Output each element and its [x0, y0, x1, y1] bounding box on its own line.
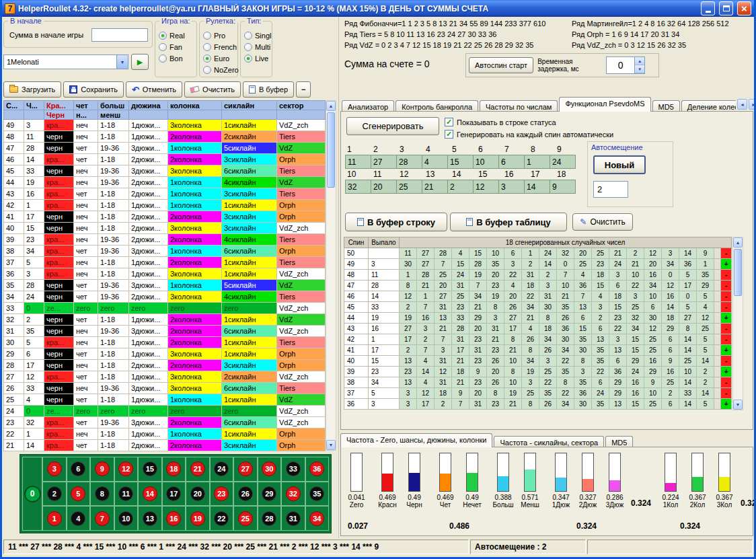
- radio-option-real[interactable]: Real: [159, 30, 195, 41]
- spin-table-row[interactable]: 4533черннеч19-363дюжи...3колонка6сиклайн…: [4, 165, 326, 177]
- copy-buffer-button[interactable]: В буфер: [243, 81, 294, 98]
- board-number[interactable]: 36: [309, 461, 324, 476]
- spin-table-row[interactable]: 363кра...неч1-181дюжи...3колонка1сиклайн…: [4, 268, 326, 280]
- board-number[interactable]: 34: [309, 511, 324, 526]
- generated-table-row[interactable]: 453327312321826343035133152561454-: [344, 302, 732, 313]
- collapse-button[interactable]: −: [296, 81, 311, 98]
- minimize-button[interactable]: [701, 1, 715, 15]
- generate-each-spin-checkbox[interactable]: Генерировать на каждый спин автоматическ…: [445, 130, 613, 139]
- board-number[interactable]: 18: [166, 461, 181, 476]
- board-number[interactable]: 25: [238, 511, 253, 526]
- spin-table-row[interactable]: 493кра...неч1-181дюжи...3колонка1сиклайн…: [4, 120, 326, 131]
- generated-table-row[interactable]: 421172731232182634303513315256145-: [344, 334, 732, 345]
- radio-option-multi[interactable]: Multi: [244, 41, 270, 52]
- board-number[interactable]: 11: [118, 486, 133, 501]
- generated-table-row[interactable]: 40151343121232610343228356291692514-: [344, 356, 732, 367]
- spin-table-row[interactable]: 296чернчет1-181дюжи...3колонка1сиклайнOr…: [4, 348, 326, 360]
- board-number[interactable]: 4: [71, 511, 85, 526]
- spin-table-row[interactable]: 4614кра...чет1-182дюжи...2колонка3сиклай…: [4, 154, 326, 165]
- spin-table-row[interactable]: 221кра...неч1-181дюжи...1колонка1сиклайн…: [4, 428, 326, 440]
- board-number[interactable]: 6: [71, 461, 85, 476]
- close-button[interactable]: [737, 1, 751, 15]
- board-number[interactable]: 15: [143, 461, 157, 476]
- spin-table-row[interactable]: 3834кра...чет19-363дюжи...1колонка6сикла…: [4, 246, 326, 257]
- generated-table-scrollbar[interactable]: [732, 237, 743, 410]
- spin-table-row[interactable]: 2712кра...чет1-181дюжи...3колонка2сиклай…: [4, 371, 326, 383]
- board-number[interactable]: 27: [238, 461, 253, 476]
- generated-table-row[interactable]: 47288212031723418310361562234121729-: [344, 281, 732, 291]
- autospin-start-button[interactable]: Автоспин старт: [469, 57, 533, 73]
- save-button[interactable]: Сохранить: [63, 81, 124, 98]
- board-number[interactable]: 22: [214, 511, 229, 526]
- board-number[interactable]: 33: [286, 461, 301, 476]
- generated-table-row[interactable]: 37531218920819253522362429161023314-: [344, 388, 732, 399]
- spin-table-row[interactable]: 4728чернчет19-363дюжи...1колонка5сиклайн…: [4, 143, 326, 154]
- board-number[interactable]: 20: [190, 486, 205, 501]
- load-button[interactable]: Загрузить: [3, 81, 61, 98]
- board-number[interactable]: 32: [286, 486, 301, 501]
- clear-button[interactable]: Очистить: [184, 81, 241, 98]
- board-number[interactable]: 14: [143, 486, 157, 501]
- spinner-up-button[interactable]: [635, 57, 644, 65]
- generate-button[interactable]: Сгенерировать: [346, 117, 439, 135]
- board-number[interactable]: 3: [47, 461, 62, 476]
- spin-table-row[interactable]: 4117черннеч1-182дюжи...2колонка3сиклайнO…: [4, 211, 326, 223]
- spin-table-row[interactable]: 330ze...zerozerozerozerozeroVdZ_zch: [4, 303, 326, 314]
- spin-table-row[interactable]: 240ze...zerozerozerozerozeroVdZ_zch: [4, 406, 326, 417]
- board-number[interactable]: 12: [118, 461, 133, 476]
- scroll-down-button[interactable]: [326, 440, 336, 450]
- generated-table-row[interactable]: 3834134312123261032283562916925142-: [344, 377, 732, 388]
- scroll-down-button[interactable]: [733, 400, 743, 410]
- board-number[interactable]: 7: [95, 511, 110, 526]
- spin-table-row[interactable]: 305кра...неч1-181дюжи...2колонка1сиклайн…: [4, 337, 326, 348]
- spin-table-row[interactable]: 254чернчет1-181дюжи...1колонка1сиклайнVd…: [4, 394, 326, 406]
- tab-5[interactable]: MD5: [652, 100, 680, 112]
- spinner-down-button[interactable]: [635, 65, 644, 73]
- tab-6[interactable]: Деление колеса на: [681, 100, 736, 112]
- spin-table-row[interactable]: 3923кра...неч19-362дюжи...2колонка4сикла…: [4, 234, 326, 246]
- board-number[interactable]: 35: [309, 486, 324, 501]
- radio-option-live[interactable]: Live: [244, 52, 270, 64]
- freq-tab-1[interactable]: Частота - Zero, шансы, дюжины, колонки: [340, 433, 492, 447]
- generated-table-row[interactable]: 481112825241920223127418310160535-: [344, 270, 732, 281]
- generated-table-row[interactable]: 441919161333293272182662233230182712+: [344, 313, 732, 324]
- radio-option-fan[interactable]: Fan: [159, 41, 195, 52]
- scrollbar-thumb[interactable]: [734, 249, 742, 296]
- spin-table-row[interactable]: 2633черннеч19-363дюжи...3колонка6сиклайн…: [4, 383, 326, 394]
- board-number[interactable]: 28: [262, 511, 276, 526]
- maximize-button[interactable]: [719, 1, 733, 15]
- tab-1[interactable]: Анализатор: [342, 100, 394, 112]
- board-number[interactable]: 1: [47, 511, 62, 526]
- board-zero-number[interactable]: 0: [24, 486, 41, 502]
- spin-table-row[interactable]: 3135черннеч19-363дюжи...2колонка6сиклайн…: [4, 326, 326, 337]
- board-number[interactable]: 31: [286, 511, 301, 526]
- generated-table-row[interactable]: 4117273173123218263430351315256145+: [344, 345, 732, 356]
- board-number[interactable]: 8: [95, 486, 110, 501]
- spin-table-row[interactable]: 322чернчет1-181дюжи...2колонка1сиклайнVd…: [4, 314, 326, 326]
- new-button[interactable]: Новый: [593, 155, 646, 174]
- clear-generated-button[interactable]: Очистить: [572, 213, 633, 231]
- radio-option-nozero[interactable]: NoZero: [203, 64, 236, 75]
- copy-table-button[interactable]: В буфер таблицу: [450, 213, 567, 231]
- spin-table-row[interactable]: 421кра...неч1-181дюжи...1колонка1сиклайн…: [4, 200, 326, 211]
- radio-option-pro[interactable]: Pro: [203, 30, 236, 41]
- board-number[interactable]: 2: [47, 486, 62, 501]
- tab-scroll-left-button[interactable]: [737, 99, 747, 110]
- spin-table-row[interactable]: 2817черннеч1-182дюжи...2колонка3сиклайнO…: [4, 360, 326, 371]
- delay-spinner[interactable]: 0: [606, 57, 645, 74]
- radio-option-singl[interactable]: Singl: [244, 30, 270, 41]
- show-in-status-checkbox[interactable]: Показывать в строке статуса: [445, 118, 556, 126]
- tab-2[interactable]: Контроль банкролла: [395, 100, 478, 112]
- board-number[interactable]: 10: [118, 511, 133, 526]
- radio-option-bon[interactable]: Bon: [159, 52, 195, 64]
- play-button[interactable]: [131, 54, 149, 70]
- spin-table-row[interactable]: 4811черннеч1-181дюжи...2колонка2сиклайнT…: [4, 131, 326, 143]
- spin-table-row[interactable]: 4015черннеч1-182дюжи...3колонка3сиклайнV…: [4, 223, 326, 234]
- board-number[interactable]: 17: [166, 486, 181, 501]
- generated-table-row[interactable]: 392323141218920819253532236242916102+: [344, 367, 732, 377]
- undo-button[interactable]: Отменить: [126, 81, 182, 98]
- spin-table-row[interactable]: 3528чернчет19-363дюжи...1колонка5сиклайн…: [4, 280, 326, 291]
- board-number[interactable]: 26: [238, 486, 253, 501]
- board-number[interactable]: 5: [71, 486, 85, 501]
- generated-table-row[interactable]: 4614121272534192022312174183101605-: [344, 291, 732, 302]
